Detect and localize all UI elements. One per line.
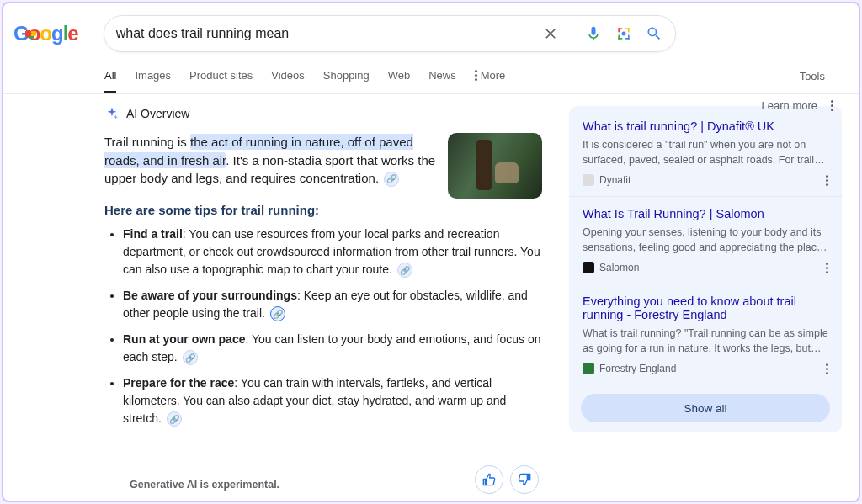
tip-body: : You can use resources from your local … bbox=[123, 227, 540, 276]
ai-overview-label: AI Overview bbox=[126, 107, 189, 120]
feedback-buttons bbox=[475, 465, 539, 494]
source-site: Salomon bbox=[599, 262, 639, 273]
viewport: Google All Imag bbox=[2, 2, 860, 502]
ai-thumbnail[interactable] bbox=[448, 133, 542, 199]
tip-title: Prepare for the race bbox=[123, 376, 234, 390]
source-snippet: It is considered a "trail run" when you … bbox=[583, 138, 828, 167]
header: Google bbox=[3, 3, 859, 59]
svg-rect-1 bbox=[618, 28, 620, 32]
tab-product-sites[interactable]: Product sites bbox=[189, 59, 253, 93]
svg-rect-5 bbox=[618, 35, 620, 40]
overflow-menu-icon[interactable] bbox=[826, 363, 828, 374]
svg-rect-3 bbox=[628, 28, 630, 32]
overflow-menu-icon[interactable] bbox=[826, 263, 828, 273]
tab-images[interactable]: Images bbox=[135, 59, 171, 93]
search-input[interactable] bbox=[116, 26, 541, 41]
citation-chip-icon[interactable]: 🔗 bbox=[183, 350, 198, 365]
clear-icon[interactable] bbox=[541, 24, 560, 43]
sources-panel: What is trail running? | Dynafit® UK It … bbox=[569, 106, 842, 432]
svg-rect-7 bbox=[628, 35, 630, 40]
sparkle-icon bbox=[104, 106, 120, 121]
thumbs-down-button[interactable] bbox=[510, 465, 539, 494]
citation-chip-icon[interactable]: 🔗 bbox=[270, 306, 285, 321]
overflow-menu-icon[interactable] bbox=[831, 100, 833, 111]
tools-button[interactable]: Tools bbox=[800, 70, 842, 82]
citation-chip-icon[interactable]: 🔗 bbox=[167, 411, 182, 427]
show-all-button[interactable]: Show all bbox=[581, 394, 830, 422]
list-item: Prepare for the race: You can train with… bbox=[123, 374, 542, 427]
overflow-menu-icon[interactable] bbox=[826, 175, 828, 186]
list-item: Find a trail: You can use resources from… bbox=[123, 225, 542, 279]
tab-news[interactable]: News bbox=[428, 59, 456, 93]
tip-title: Find a trail bbox=[123, 227, 183, 241]
favicon-icon bbox=[583, 174, 594, 186]
tab-shopping[interactable]: Shopping bbox=[323, 59, 370, 93]
source-title[interactable]: Everything you need to know about trail … bbox=[583, 294, 828, 321]
tabs-row: All Images Product sites Videos Shopping… bbox=[3, 59, 859, 94]
list-item: Be aware of your surroundings: Keep an e… bbox=[123, 287, 542, 322]
tip-title: Be aware of your surroundings bbox=[123, 289, 297, 302]
tab-more-label: More bbox=[481, 69, 506, 82]
citation-chip-icon[interactable]: 🔗 bbox=[397, 263, 412, 278]
tips-heading: Here are some tips for trail running: bbox=[104, 203, 542, 217]
search-bar[interactable] bbox=[104, 15, 676, 52]
favicon-icon bbox=[583, 363, 594, 374]
more-icon bbox=[475, 70, 477, 81]
ai-overview-panel: AI Overview Trail running is the act of … bbox=[104, 106, 542, 436]
tab-web[interactable]: Web bbox=[388, 59, 411, 93]
ai-overview-header: AI Overview bbox=[104, 106, 542, 121]
voice-search-icon[interactable] bbox=[584, 24, 603, 43]
lens-search-icon[interactable] bbox=[615, 24, 633, 43]
tab-videos[interactable]: Videos bbox=[271, 59, 305, 93]
tab-all[interactable]: All bbox=[104, 59, 116, 93]
tabs: All Images Product sites Videos Shopping… bbox=[104, 59, 505, 93]
source-card[interactable]: What Is Trail Running? | Salomon Opening… bbox=[569, 197, 842, 284]
citation-chip-icon[interactable]: 🔗 bbox=[384, 172, 399, 187]
source-snippet: What is trail running? "Trail running ca… bbox=[583, 326, 828, 356]
ai-overview-actions: Learn more bbox=[762, 99, 833, 112]
source-card[interactable]: What is trail running? | Dynafit® UK It … bbox=[569, 109, 842, 197]
thumbs-up-button[interactable] bbox=[475, 465, 503, 494]
search-icon[interactable] bbox=[645, 24, 663, 43]
divider bbox=[572, 23, 572, 45]
tips-list: Find a trail: You can use resources from… bbox=[104, 225, 542, 427]
source-site: Dynafit bbox=[599, 174, 631, 186]
source-snippet: Opening your senses, listening to your b… bbox=[583, 225, 828, 255]
source-title[interactable]: What Is Trail Running? | Salomon bbox=[583, 207, 828, 220]
list-item: Run at your own pace: You can listen to … bbox=[123, 331, 542, 366]
svg-point-8 bbox=[621, 32, 625, 36]
source-site: Forestry England bbox=[599, 363, 676, 374]
tab-more[interactable]: More bbox=[475, 59, 506, 93]
google-logo[interactable]: Google bbox=[13, 22, 78, 45]
tip-title: Run at your own pace bbox=[123, 332, 245, 346]
ai-intro-prefix: Trail running is bbox=[104, 135, 190, 149]
learn-more-link[interactable]: Learn more bbox=[762, 99, 817, 112]
content: AI Overview Trail running is the act of … bbox=[3, 94, 859, 436]
search-bar-icons bbox=[541, 23, 663, 45]
source-title[interactable]: What is trail running? | Dynafit® UK bbox=[583, 119, 828, 133]
favicon-icon bbox=[583, 262, 594, 273]
source-card[interactable]: Everything you need to know about trail … bbox=[569, 284, 842, 385]
ai-disclaimer: Generative AI is experimental. bbox=[130, 479, 279, 491]
